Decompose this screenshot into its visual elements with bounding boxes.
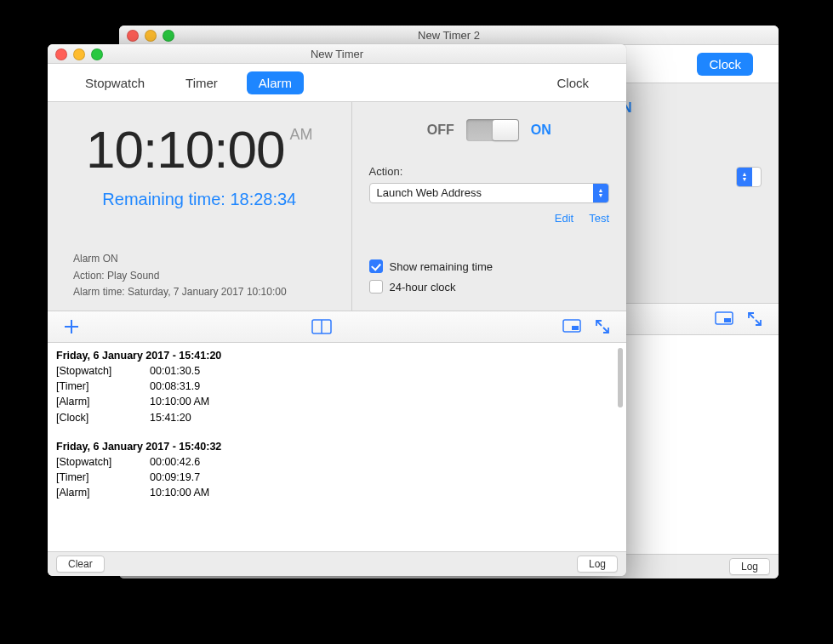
log-header: Friday, 6 January 2017 - 15:40:32 xyxy=(56,439,618,454)
window-title: New Timer xyxy=(311,48,363,60)
info-alarmtime: Alarm time: Saturday, 7 January 2017 10:… xyxy=(73,284,326,300)
log-row: [Clock]15:41:20 xyxy=(56,410,618,425)
ampm-label: AM xyxy=(289,126,312,144)
split-view-icon[interactable] xyxy=(311,316,332,337)
clear-button[interactable]: Clear xyxy=(56,556,105,573)
expand-icon[interactable] xyxy=(592,316,613,337)
scrollbar[interactable] xyxy=(618,348,623,407)
close-icon[interactable] xyxy=(55,48,67,60)
svg-rect-1 xyxy=(724,318,731,322)
tab-alarm[interactable]: Alarm xyxy=(247,71,304,94)
log-row: [Alarm]10:10:00 AM xyxy=(56,485,618,500)
remaining-label: Remaining time: xyxy=(102,190,225,208)
edit-link[interactable]: Edit xyxy=(555,212,573,225)
switch-on-label: ON xyxy=(531,123,551,138)
24hour-label: 24-hour clock xyxy=(390,281,456,294)
show-remaining-checkbox[interactable] xyxy=(369,259,383,273)
log-row: [Timer]00:09:19.7 xyxy=(56,470,618,485)
close-icon[interactable] xyxy=(127,30,139,42)
log-row: [Stopwatch]00:00:42.6 xyxy=(56,454,618,470)
log-button[interactable]: Log xyxy=(577,556,618,573)
switch-off-label: OFF xyxy=(427,123,454,138)
alarm-time-display: 10:10:00 xyxy=(86,120,284,179)
24hour-checkbox[interactable] xyxy=(369,280,383,294)
expand-icon[interactable] xyxy=(745,309,765,329)
action-select[interactable]: Launch Web Address ▲▼ xyxy=(369,183,609,203)
plus-icon[interactable] xyxy=(61,316,82,337)
info-action: Action: Play Sound xyxy=(73,268,326,284)
svg-rect-5 xyxy=(572,326,579,330)
clock-button[interactable]: Clock xyxy=(697,53,753,76)
minimize-icon[interactable] xyxy=(145,30,157,42)
log-row: [Stopwatch]00:01:30.5 xyxy=(56,363,618,379)
log-button[interactable]: Log xyxy=(729,558,770,575)
window-title: New Timer 2 xyxy=(418,29,480,42)
zoom-icon[interactable] xyxy=(91,48,103,60)
info-status: Alarm ON xyxy=(73,251,326,267)
pip-icon[interactable] xyxy=(714,309,734,329)
action-select-value: Launch Web Address xyxy=(370,184,593,202)
tab-stopwatch[interactable]: Stopwatch xyxy=(73,71,157,94)
log-area[interactable]: Friday, 6 January 2017 - 15:41:20[Stopwa… xyxy=(48,343,626,551)
pip-icon[interactable] xyxy=(562,316,582,337)
window-titlebar[interactable]: New Timer xyxy=(48,44,626,64)
show-remaining-label: Show remaining time xyxy=(390,260,493,273)
window-titlebar[interactable]: New Timer 2 xyxy=(119,26,779,45)
action-label: Action: xyxy=(369,165,609,178)
chevron-updown-icon: ▲▼ xyxy=(593,184,608,202)
minimize-icon[interactable] xyxy=(73,48,85,60)
alarm-toggle[interactable] xyxy=(466,119,519,141)
clock-button[interactable]: Clock xyxy=(545,71,601,94)
test-link[interactable]: Test xyxy=(589,212,609,225)
chevron-updown-icon: ▲▼ xyxy=(737,168,752,186)
remaining-value: 18:28:34 xyxy=(230,190,296,208)
log-header: Friday, 6 January 2017 - 15:41:20 xyxy=(56,348,618,363)
log-row: [Alarm]10:10:00 AM xyxy=(56,394,618,409)
zoom-icon[interactable] xyxy=(163,30,174,42)
tab-timer[interactable]: Timer xyxy=(174,71,230,94)
action-select[interactable]: ▲▼ xyxy=(736,167,762,187)
log-row: [Timer]00:08:31.9 xyxy=(56,379,618,394)
